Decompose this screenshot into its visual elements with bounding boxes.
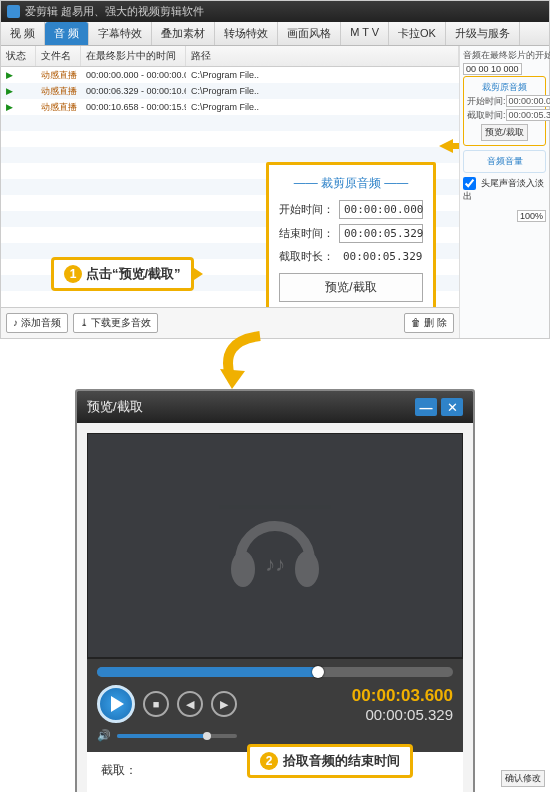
volume-icon[interactable]: 🔊 [97, 729, 111, 742]
col-name: 文件名 [36, 46, 81, 66]
callout-arrow-icon [191, 266, 203, 282]
headphones-icon: ♪♪ [215, 491, 335, 601]
guide-arrow-icon [439, 139, 459, 153]
volume-slider[interactable] [117, 734, 237, 738]
current-time: 00:00:03.600 [352, 686, 453, 706]
side-top-label: 音频在最终影片的开始时间 [463, 49, 546, 62]
crop-audio-panel: —— 裁剪原音频 —— 开始时间： 00:00:00.000 结束时间： 00:… [266, 162, 436, 307]
side-volume-section: 音频音量 [463, 150, 546, 173]
col-path: 路径 [186, 46, 459, 66]
side-vol-title: 音频音量 [467, 155, 542, 168]
confirm-button[interactable]: 确认修改 [501, 770, 545, 787]
start-label: 开始时间： [279, 202, 339, 217]
preview-stage: ♪♪ [87, 433, 463, 658]
start-time-input[interactable]: 00:00:00.000 [339, 200, 423, 219]
side-crop-title: 裁剪原音频 [467, 81, 542, 94]
volume-percent[interactable]: 100% [517, 210, 546, 222]
preview-titlebar: 预览/截取 — ✕ [77, 391, 473, 423]
play-icon[interactable]: ▶ [1, 86, 36, 96]
tab-subtitle[interactable]: 字幕特效 [89, 22, 152, 45]
side-start-value[interactable]: 00:00:00.000 [506, 95, 550, 107]
svg-text:♪♪: ♪♪ [265, 553, 285, 575]
side-panel: 音频在最终影片的开始时间 00 00 10 000 裁剪原音频 开始时间:00:… [459, 46, 549, 338]
next-frame-button[interactable]: ▶ [211, 691, 237, 717]
callout-text: 点击“预览/截取” [86, 265, 181, 283]
tab-upgrade[interactable]: 升级与服务 [446, 22, 520, 45]
close-button[interactable]: ✕ [441, 398, 463, 416]
duration-value: 00:00:05.329 [339, 248, 423, 265]
side-end-value[interactable]: 00:00:05.329 [506, 109, 550, 121]
download-more-button[interactable]: ⤓ 下载更多音效 [73, 313, 158, 333]
audio-table: ▶ 动感直播 00:00:00.000 - 00:00:00.000 C:\Pr… [1, 67, 459, 307]
table-row[interactable]: ▶ 动感直播 00:00:10.658 - 00:00:15.987 C:\Pr… [1, 99, 459, 115]
tab-audio[interactable]: 音 频 [45, 22, 89, 45]
fade-checkbox-row[interactable]: 头尾声音淡入淡出 [463, 177, 546, 203]
title-bar: 爱剪辑 超易用、强大的视频剪辑软件 [1, 1, 549, 22]
tab-overlay[interactable]: 叠加素材 [152, 22, 215, 45]
add-audio-button[interactable]: ♪ 添加音频 [6, 313, 68, 333]
callout-number: 1 [64, 265, 82, 283]
fade-checkbox[interactable] [463, 177, 476, 190]
app-title: 爱剪辑 超易用、强大的视频剪辑软件 [25, 4, 204, 19]
play-icon[interactable]: ▶ [1, 102, 36, 112]
end-time-input[interactable]: 00:00:05.329 [339, 224, 423, 243]
app-logo-icon [7, 5, 20, 18]
time-display: 00:00:03.600 00:00:05.329 [352, 686, 453, 723]
preview-crop-button[interactable]: 预览/截取 [279, 273, 423, 302]
seek-knob[interactable] [312, 666, 324, 678]
svg-point-2 [231, 551, 255, 587]
preview-window: 预览/截取 — ✕ ♪♪ ■ ◀ ▶ 00:00:03.600 [75, 389, 475, 792]
side-crop-section: 裁剪原音频 开始时间:00:00:00.000 截取时间:00:00:05.32… [463, 76, 546, 146]
callout-number: 2 [260, 752, 278, 770]
tab-style[interactable]: 画面风格 [278, 22, 341, 45]
audio-table-header: 状态 文件名 在最终影片中的时间 路径 [1, 46, 459, 67]
stop-button[interactable]: ■ [143, 691, 169, 717]
tab-mtv[interactable]: M T V [341, 22, 389, 45]
svg-point-3 [295, 551, 319, 587]
side-top-value[interactable]: 00 00 10 000 [463, 63, 522, 75]
player-controls: ■ ◀ ▶ 00:00:03.600 00:00:05.329 🔊 [87, 658, 463, 752]
callout-1: 1 点击“预览/截取” [51, 257, 194, 291]
callout-text: 拾取音频的结束时间 [283, 752, 400, 770]
crop-title: —— 裁剪原音频 —— [279, 175, 423, 192]
svg-marker-0 [439, 139, 459, 153]
callout-2: 2 拾取音频的结束时间 [247, 744, 413, 778]
total-time: 00:00:05.329 [352, 706, 453, 723]
play-button[interactable] [97, 685, 135, 723]
end-label: 结束时间： [279, 226, 339, 241]
main-window: 爱剪辑 超易用、强大的视频剪辑软件 视 频 音 频 字幕特效 叠加素材 转场特效… [0, 0, 550, 339]
flow-arrow-icon [0, 339, 550, 389]
preview-title: 预览/截取 [87, 398, 143, 416]
main-tabs: 视 频 音 频 字幕特效 叠加素材 转场特效 画面风格 M T V 卡拉OK 升… [1, 22, 549, 46]
delete-button[interactable]: 🗑 删 除 [404, 313, 454, 333]
tab-transition[interactable]: 转场特效 [215, 22, 278, 45]
minimize-button[interactable]: — [415, 398, 437, 416]
crop-section: 2 拾取音频的结束时间 截取： 开始时间： 00:00:00.000 结束时间：… [87, 752, 463, 792]
seek-bar[interactable] [97, 667, 453, 677]
prev-frame-button[interactable]: ◀ [177, 691, 203, 717]
table-row[interactable]: ▶ 动感直播 00:00:00.000 - 00:00:00.000 C:\Pr… [1, 67, 459, 83]
col-status: 状态 [1, 46, 36, 66]
col-range: 在最终影片中的时间 [81, 46, 186, 66]
tab-video[interactable]: 视 频 [1, 22, 45, 45]
play-icon[interactable]: ▶ [1, 70, 36, 80]
tab-karaoke[interactable]: 卡拉OK [389, 22, 446, 45]
side-preview-button[interactable]: 预览/裁取 [481, 124, 528, 141]
table-row[interactable]: ▶ 动感直播 00:00:06.329 - 00:00:10.658 C:\Pr… [1, 83, 459, 99]
duration-label: 截取时长： [279, 249, 339, 264]
svg-marker-1 [220, 369, 245, 389]
